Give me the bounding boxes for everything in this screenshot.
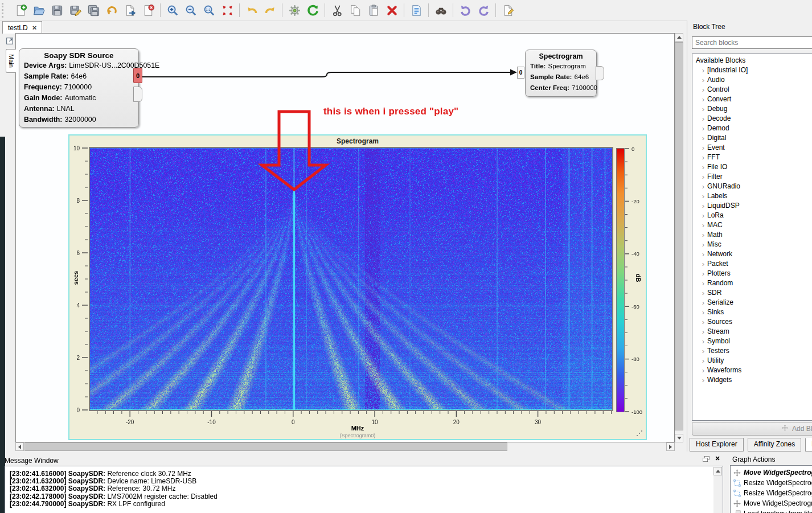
chevron-right-icon[interactable]: › — [699, 95, 707, 104]
add-block-button[interactable]: Add Block — [692, 422, 812, 436]
tree-item-control[interactable]: ›Control — [692, 85, 812, 95]
chevron-right-icon[interactable]: › — [699, 133, 707, 143]
chevron-right-icon[interactable]: › — [699, 230, 707, 240]
chevron-right-icon[interactable]: › — [699, 375, 707, 385]
tree-item-file-io[interactable]: ›File IO — [692, 162, 812, 172]
tree-item-filter[interactable]: ›Filter — [692, 172, 812, 182]
chevron-right-icon[interactable]: › — [699, 153, 707, 162]
tree-item-mac[interactable]: ›MAC — [692, 220, 812, 230]
zoom-fit-button[interactable] — [219, 2, 235, 18]
tree-item-packet[interactable]: ›Packet — [692, 259, 812, 269]
tree-item-network[interactable]: ›Network — [692, 249, 812, 259]
scroll-left-button[interactable] — [15, 442, 24, 451]
find-blocks-button[interactable] — [433, 2, 449, 18]
cut-button[interactable] — [329, 2, 345, 18]
panel-tab-affinity-zones[interactable]: Affinity Zones — [748, 438, 801, 452]
new-file-button[interactable] — [13, 2, 28, 18]
tree-item-waveforms[interactable]: ›Waveforms — [692, 366, 812, 375]
soapy-output-port[interactable]: 0 — [133, 68, 142, 83]
search-input[interactable] — [692, 36, 812, 49]
tree-item-random[interactable]: ›Random — [692, 278, 812, 288]
block-tree-list[interactable]: Available Blocks ›[Industrial IO]›Audio›… — [692, 54, 812, 421]
chevron-right-icon[interactable]: › — [699, 317, 707, 327]
graph-action-item[interactable]: Move WidgetSpectrogram0 — [731, 467, 812, 478]
undo-button[interactable] — [244, 2, 260, 18]
spectrogram-heatmap[interactable] — [90, 148, 612, 410]
widget-resize-grip[interactable] — [637, 430, 643, 437]
tree-item-labels[interactable]: ›Labels — [692, 191, 812, 201]
popout-page-icon[interactable] — [5, 36, 15, 46]
tree-item-digital[interactable]: ›Digital — [692, 133, 812, 143]
open-file-button[interactable] — [31, 2, 47, 18]
chevron-right-icon[interactable]: › — [699, 259, 707, 269]
zoom-in-button[interactable] — [165, 2, 181, 18]
chevron-right-icon[interactable]: › — [699, 288, 707, 298]
toolbar-grip-handle[interactable] — [2, 3, 7, 18]
tab-testld[interactable]: testLD × — [2, 21, 42, 34]
chevron-right-icon[interactable]: › — [699, 269, 707, 278]
chevron-right-icon[interactable]: › — [699, 366, 707, 375]
chevron-right-icon[interactable]: › — [699, 75, 707, 85]
spectrogram-input-port[interactable]: 0 — [517, 67, 524, 79]
tree-item-serialize[interactable]: ›Serialize — [692, 298, 812, 307]
block-soapy-sdr-source[interactable]: Soapy SDR Source Device Args:LimeSDR-US.… — [19, 48, 139, 128]
graph-actions-list[interactable]: Move WidgetSpectrogram0Resize WidgetSpec… — [730, 465, 812, 513]
chevron-right-icon[interactable]: › — [699, 172, 707, 182]
tree-item-gnuradio[interactable]: ›GNURadio — [692, 182, 812, 191]
tree-item--industrial-io-[interactable]: ›[Industrial IO] — [692, 65, 812, 75]
tree-item-plotters[interactable]: ›Plotters — [692, 269, 812, 278]
chevron-right-icon[interactable]: › — [699, 124, 707, 133]
redo-button[interactable] — [262, 2, 278, 18]
zoom-original-button[interactable]: 1:1 — [201, 2, 217, 18]
chevron-right-icon[interactable]: › — [699, 327, 707, 336]
graph-action-item[interactable]: Load topology from file — [731, 508, 812, 513]
paste-button[interactable] — [366, 2, 382, 18]
tree-item-sinks[interactable]: ›Sinks — [692, 307, 812, 317]
copy-button[interactable] — [347, 2, 363, 18]
log-scrollbar[interactable] — [713, 467, 722, 513]
chevron-right-icon[interactable]: › — [699, 85, 707, 95]
scroll-up-button[interactable] — [675, 33, 683, 42]
graph-action-item[interactable]: Move WidgetSpectrogram0 — [731, 498, 812, 508]
tree-item-sources[interactable]: ›Sources — [692, 317, 812, 327]
chevron-right-icon[interactable]: › — [699, 249, 707, 259]
chevron-right-icon[interactable]: › — [699, 191, 707, 201]
tree-item-symbol[interactable]: ›Symbol — [692, 336, 812, 346]
reload-plugins-button[interactable] — [305, 2, 321, 18]
chevron-right-icon[interactable]: › — [699, 143, 707, 153]
delete-button[interactable] — [384, 2, 400, 18]
chevron-right-icon[interactable]: › — [699, 356, 707, 366]
properties-button[interactable] — [286, 2, 302, 18]
log-scroll-up-button[interactable] — [713, 467, 722, 475]
close-panel-icon[interactable]: × — [713, 454, 722, 463]
tree-item-audio[interactable]: ›Audio — [692, 75, 812, 85]
canvas-vscrollbar[interactable] — [675, 33, 683, 442]
annotate-button[interactable] — [500, 2, 516, 18]
export-file-button[interactable] — [122, 2, 138, 18]
panel-tab-block-tree[interactable]: Block Tree — [805, 438, 812, 452]
message-log-box[interactable]: [23:02:41.616000] SoapySDR: Reference cl… — [5, 466, 723, 513]
chevron-right-icon[interactable]: › — [699, 201, 707, 211]
soapy-message-port[interactable] — [133, 87, 142, 102]
hscroll-thumb[interactable] — [24, 442, 507, 451]
show-docs-button[interactable] — [408, 2, 424, 18]
scroll-right-button[interactable] — [666, 442, 675, 451]
panel-tab-host-explorer[interactable]: Host Explorer — [690, 438, 744, 452]
chevron-right-icon[interactable]: › — [699, 114, 707, 124]
tree-root-available-blocks[interactable]: Available Blocks — [692, 54, 812, 65]
rotate-left-button[interactable] — [457, 2, 473, 18]
save-all-button[interactable] — [85, 2, 101, 18]
rotate-right-button[interactable] — [475, 2, 491, 18]
chevron-right-icon[interactable]: › — [699, 211, 707, 220]
graph-action-item[interactable]: Resize WidgetSpectrogram0 — [731, 478, 812, 488]
chevron-right-icon[interactable]: › — [699, 278, 707, 288]
tree-item-debug[interactable]: ›Debug — [692, 104, 812, 114]
tree-item-fft[interactable]: ›FFT — [692, 153, 812, 162]
zoom-out-button[interactable] — [183, 2, 199, 18]
save-file-as-button[interactable] — [67, 2, 83, 18]
spectrogram-message-port[interactable] — [596, 66, 604, 80]
tree-item-math[interactable]: ›Math — [692, 230, 812, 240]
tree-item-liquiddsp[interactable]: ›LiquidDSP — [692, 201, 812, 211]
tree-item-widgets[interactable]: ›Widgets — [692, 375, 812, 385]
graph-page-tab-main[interactable]: Main — [6, 49, 16, 73]
